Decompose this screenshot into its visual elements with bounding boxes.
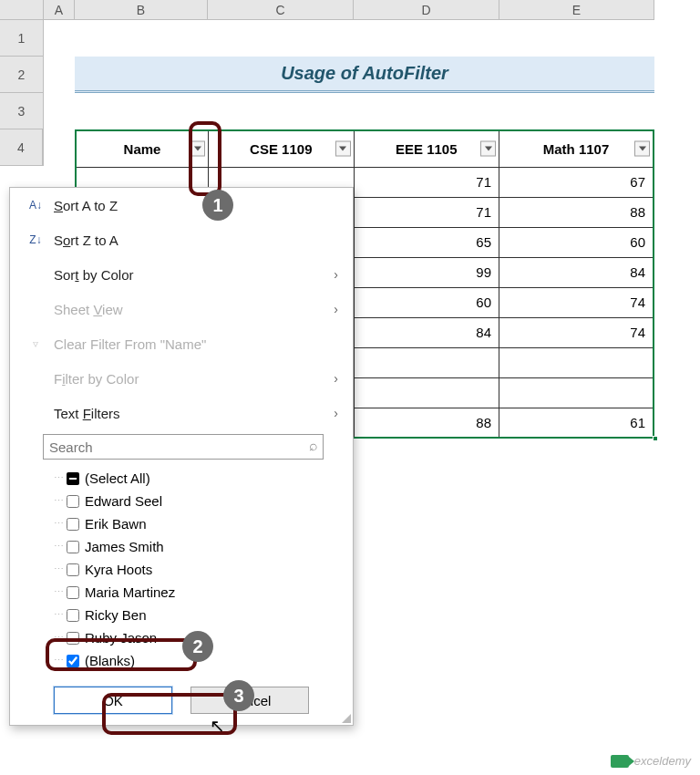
cell[interactable]: 84 bbox=[499, 257, 654, 287]
filter-item-blanks[interactable]: ⋯(Blanks) bbox=[54, 649, 324, 672]
menu-sort-az[interactable]: A↓ Sort A to Z bbox=[10, 188, 353, 222]
watermark-logo-icon bbox=[611, 755, 629, 768]
ok-button[interactable]: OK bbox=[54, 687, 172, 714]
checkbox[interactable] bbox=[67, 609, 79, 622]
checkbox[interactable] bbox=[67, 541, 79, 553]
col-header-e[interactable]: E bbox=[499, 0, 654, 20]
header-eee-label: EEE 1105 bbox=[396, 141, 458, 157]
menu-clear-filter: ▿ Clear Filter From "Name" bbox=[10, 326, 353, 361]
col-header-a[interactable]: A bbox=[44, 0, 75, 20]
filter-button-eee[interactable] bbox=[480, 141, 496, 157]
checkbox[interactable] bbox=[67, 586, 79, 599]
row-header-2[interactable]: 2 bbox=[0, 57, 44, 93]
cancel-button[interactable]: Cancel bbox=[190, 687, 309, 714]
filter-item-label: Edward Seel bbox=[85, 493, 162, 509]
row-header-col: 1 2 3 4 bbox=[0, 20, 44, 166]
cell[interactable]: 84 bbox=[354, 317, 499, 347]
cell[interactable] bbox=[499, 377, 654, 408]
sort-za-icon: Z↓ bbox=[25, 233, 46, 246]
header-eee: EEE 1105 bbox=[354, 130, 499, 167]
cell[interactable]: 67 bbox=[499, 167, 654, 197]
sort-az-icon: A↓ bbox=[25, 199, 46, 212]
cell[interactable] bbox=[354, 377, 499, 408]
filter-item-label: Erik Bawn bbox=[85, 516, 147, 532]
page-title: Usage of AutoFilter bbox=[75, 57, 654, 93]
autofilter-menu: A↓ Sort A to Z Z↓ Sort Z to A Sort by Co… bbox=[9, 187, 354, 726]
cell[interactable] bbox=[354, 347, 499, 377]
filter-button-math[interactable] bbox=[634, 141, 650, 157]
filter-item[interactable]: ⋯Kyra Hoots bbox=[54, 558, 324, 581]
cell[interactable]: 74 bbox=[499, 287, 654, 317]
selection-handle[interactable] bbox=[653, 436, 658, 441]
filter-item[interactable]: ⋯Edward Seel bbox=[54, 490, 324, 512]
col-header-b[interactable]: B bbox=[75, 0, 208, 20]
filter-item-label: Maria Martinez bbox=[85, 584, 175, 600]
filter-item-label: Kyra Hoots bbox=[85, 562, 152, 577]
menu-filter-by-color: Filter by Color › bbox=[10, 361, 353, 396]
watermark-text: exceldemy bbox=[634, 754, 691, 768]
checkbox-blanks[interactable] bbox=[67, 655, 79, 667]
checkbox-select-all[interactable] bbox=[67, 472, 79, 485]
filter-item-label: James Smith bbox=[85, 539, 164, 554]
filter-item[interactable]: ⋯James Smith bbox=[54, 535, 324, 558]
cell[interactable]: 71 bbox=[354, 167, 499, 197]
cell[interactable]: 60 bbox=[354, 287, 499, 317]
filter-button-cse[interactable] bbox=[335, 141, 351, 157]
chevron-right-icon: › bbox=[334, 406, 338, 420]
cell[interactable]: 61 bbox=[499, 408, 654, 438]
col-header-c[interactable]: C bbox=[208, 0, 354, 20]
checkbox[interactable] bbox=[67, 495, 79, 508]
column-header-row: A B C D E bbox=[0, 0, 700, 20]
filter-search-input[interactable] bbox=[43, 434, 324, 460]
cell[interactable]: 60 bbox=[499, 227, 654, 257]
col-header-d[interactable]: D bbox=[354, 0, 499, 20]
cell[interactable]: 88 bbox=[354, 408, 499, 438]
filter-item[interactable]: ⋯Maria Martinez bbox=[54, 581, 324, 604]
menu-sheet-view: Sheet View › bbox=[10, 292, 353, 326]
header-name: Name bbox=[76, 130, 209, 167]
chevron-right-icon: › bbox=[334, 371, 338, 386]
filter-button-name[interactable] bbox=[190, 141, 205, 157]
select-all-corner[interactable] bbox=[0, 0, 44, 20]
watermark: exceldemy bbox=[611, 754, 691, 768]
filter-checklist: ⋯(Select All) ⋯Edward Seel ⋯Erik Bawn ⋯J… bbox=[54, 467, 324, 672]
cell[interactable]: 88 bbox=[499, 197, 654, 227]
filter-item-label: Ruby Jason bbox=[85, 630, 157, 646]
filter-item[interactable]: ⋯Ricky Ben bbox=[54, 604, 324, 626]
menu-sort-by-color[interactable]: Sort by Color › bbox=[10, 257, 353, 292]
menu-sort-za[interactable]: Z↓ Sort Z to A bbox=[10, 222, 353, 257]
header-math: Math 1107 bbox=[499, 130, 654, 167]
menu-clear-filter-label: Clear Filter From "Name" bbox=[54, 336, 206, 352]
checkbox[interactable] bbox=[67, 563, 79, 576]
filter-item-select-all[interactable]: ⋯(Select All) bbox=[54, 467, 324, 490]
cell[interactable]: 65 bbox=[354, 227, 499, 257]
resize-grip-icon[interactable] bbox=[342, 714, 351, 723]
row-header-4[interactable]: 4 bbox=[0, 129, 44, 166]
filter-item[interactable]: ⋯Ruby Jason bbox=[54, 626, 324, 649]
search-icon: ⌕ bbox=[309, 438, 318, 454]
checkbox[interactable] bbox=[67, 518, 79, 531]
row-header-3[interactable]: 3 bbox=[0, 93, 44, 129]
cell[interactable]: 74 bbox=[499, 317, 654, 347]
cell[interactable] bbox=[499, 347, 654, 377]
cell[interactable]: 71 bbox=[354, 197, 499, 227]
clear-filter-icon: ▿ bbox=[25, 337, 46, 350]
filter-item-label: Ricky Ben bbox=[85, 607, 147, 623]
header-name-label: Name bbox=[124, 141, 161, 157]
chevron-right-icon: › bbox=[334, 267, 338, 282]
header-cse: CSE 1109 bbox=[209, 130, 354, 167]
cell[interactable]: 99 bbox=[354, 257, 499, 287]
filter-item-label: (Blanks) bbox=[85, 653, 135, 668]
row-header-1[interactable]: 1 bbox=[0, 20, 44, 57]
header-math-label: Math 1107 bbox=[543, 141, 610, 157]
filter-item[interactable]: ⋯Erik Bawn bbox=[54, 512, 324, 535]
checkbox[interactable] bbox=[67, 632, 79, 645]
header-cse-label: CSE 1109 bbox=[250, 141, 312, 157]
filter-item-label: (Select All) bbox=[85, 470, 150, 486]
menu-text-filters[interactable]: Text Filters › bbox=[10, 396, 353, 430]
chevron-right-icon: › bbox=[334, 302, 338, 316]
